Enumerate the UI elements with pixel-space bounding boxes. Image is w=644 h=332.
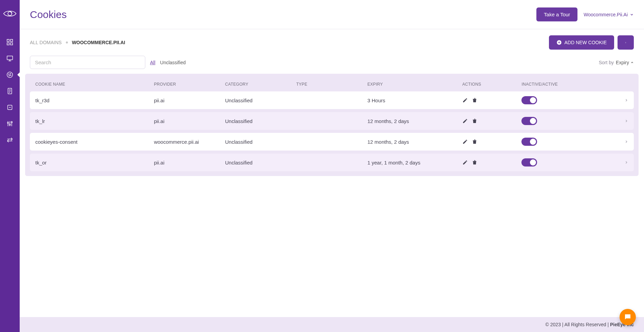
col-header-actions: ACTIONS <box>462 82 522 87</box>
cell-provider: pii.ai <box>154 98 225 103</box>
table-row: cookieyes-consent woocommerce.pii.ai Unc… <box>30 133 634 151</box>
chevron-up-icon <box>630 61 634 64</box>
chevron-down-icon <box>630 13 634 17</box>
add-cookie-label: ADD NEW COOKIE <box>565 40 607 45</box>
clipboard-icon <box>6 87 14 95</box>
sidebar-item-transfer[interactable] <box>0 132 20 148</box>
svg-point-10 <box>10 73 11 74</box>
active-toggle[interactable] <box>521 96 537 104</box>
delete-icon[interactable] <box>472 98 477 103</box>
cell-provider: woocommerce.pii.ai <box>154 139 225 145</box>
svg-rect-1 <box>7 39 9 41</box>
domain-selector-label: Woocommerce.Pii.Ai <box>584 12 628 17</box>
filter-unclassified[interactable]: Unclassified <box>160 60 186 65</box>
grid-icon <box>6 38 14 46</box>
svg-point-9 <box>8 74 9 74</box>
download-button[interactable] <box>618 35 634 50</box>
download-icon <box>625 40 626 45</box>
svg-point-11 <box>9 75 10 76</box>
cookie-icon <box>6 71 14 78</box>
delete-icon[interactable] <box>472 139 477 144</box>
sidebar-item-cookies[interactable] <box>0 67 20 83</box>
chevron-right-icon <box>624 98 628 102</box>
chevron-right-icon <box>624 160 628 164</box>
svg-rect-3 <box>7 43 9 45</box>
edit-icon[interactable] <box>462 118 468 124</box>
svg-rect-2 <box>11 39 13 41</box>
cell-category: Unclassified <box>225 98 296 103</box>
footer-text: © 2023 | All Rights Reserved | <box>546 322 610 327</box>
table-header: COOKIE NAME PROVIDER CATEGORY TYPE EXPIR… <box>30 78 634 91</box>
eye-logo-icon <box>3 9 17 18</box>
footer: © 2023 | All Rights Reserved | PieEye In… <box>20 317 644 332</box>
take-tour-button[interactable]: Take a Tour <box>536 7 577 21</box>
col-header-category: CATEGORY <box>225 82 296 87</box>
cell-name: cookieyes-consent <box>35 139 154 145</box>
sidebar-item-notes[interactable] <box>0 99 20 116</box>
delete-icon[interactable] <box>472 160 477 165</box>
svg-point-12 <box>11 75 11 76</box>
cell-expiry: 12 months, 2 days <box>367 118 462 124</box>
col-header-name: COOKIE NAME <box>35 82 154 87</box>
search-input[interactable] <box>30 56 145 69</box>
cell-category: Unclassified <box>225 160 296 165</box>
sidebar <box>0 0 20 332</box>
svg-point-24 <box>11 122 13 123</box>
svg-point-22 <box>7 122 9 123</box>
add-cookie-button[interactable]: ADD NEW COOKIE <box>549 35 614 50</box>
filter-all[interactable]: All <box>150 60 155 65</box>
col-header-toggle: INACTIVE/ACTIVE <box>521 82 593 87</box>
header: Cookies Take a Tour Woocommerce.Pii.Ai <box>20 0 644 29</box>
expand-row-button[interactable] <box>624 160 628 165</box>
svg-rect-4 <box>11 43 13 45</box>
expand-row-button[interactable] <box>624 139 628 145</box>
breadcrumb-current-domain: WOOCOMMERCE.PII.AI <box>72 40 125 45</box>
transfer-icon <box>6 136 14 144</box>
cell-category: Unclassified <box>225 139 296 145</box>
sidebar-item-monitor[interactable] <box>0 50 20 67</box>
expand-row-button[interactable] <box>624 98 628 103</box>
note-icon <box>6 104 14 111</box>
toolbar: ALL DOMAINS WOOCOMMERCE.PII.AI ADD NEW C… <box>20 29 644 50</box>
active-toggle[interactable] <box>521 117 537 125</box>
chevron-right-icon <box>624 119 628 123</box>
cookies-table: COOKIE NAME PROVIDER CATEGORY TYPE EXPIR… <box>25 74 639 176</box>
edit-icon[interactable] <box>462 139 468 144</box>
breadcrumb-separator <box>66 41 68 43</box>
table-row: tk_or pii.ai Unclassified 1 year, 1 mont… <box>30 154 634 171</box>
col-header-expiry: EXPIRY <box>367 82 462 87</box>
cell-expiry: 3 Hours <box>367 98 462 103</box>
active-toggle[interactable] <box>521 138 537 146</box>
sidebar-item-settings[interactable] <box>0 116 20 132</box>
cell-name: tk_r3d <box>35 98 154 103</box>
chat-launcher[interactable] <box>620 309 636 325</box>
app-logo <box>3 7 17 20</box>
monitor-icon <box>6 55 14 62</box>
cell-provider: pii.ai <box>154 118 225 124</box>
cell-category: Unclassified <box>225 118 296 124</box>
sidebar-item-dashboard[interactable] <box>0 34 20 50</box>
sliders-icon <box>6 120 14 127</box>
chat-icon <box>624 313 632 321</box>
expand-row-button[interactable] <box>624 118 628 124</box>
cell-name: tk_lr <box>35 118 154 124</box>
col-header-type: TYPE <box>296 82 368 87</box>
svg-point-23 <box>9 124 11 125</box>
sort-control[interactable]: Sort by Expiry <box>599 60 634 65</box>
breadcrumb-all-domains[interactable]: ALL DOMAINS <box>30 40 62 45</box>
svg-rect-5 <box>7 56 13 60</box>
domain-selector[interactable]: Woocommerce.Pii.Ai <box>584 12 634 17</box>
sidebar-item-reports[interactable] <box>0 83 20 99</box>
chevron-right-icon <box>624 140 628 144</box>
active-toggle[interactable] <box>521 158 537 167</box>
filter-bar: All Unclassified Sort by Expiry <box>20 50 644 74</box>
table-row: tk_lr pii.ai Unclassified 12 months, 2 d… <box>30 112 634 130</box>
page-title: Cookies <box>30 9 67 20</box>
edit-icon[interactable] <box>462 160 468 165</box>
cell-provider: pii.ai <box>154 160 225 165</box>
col-header-provider: PROVIDER <box>154 82 225 87</box>
sort-label: Sort by <box>599 60 614 65</box>
delete-icon[interactable] <box>472 118 477 124</box>
edit-icon[interactable] <box>462 98 468 103</box>
table-row: tk_r3d pii.ai Unclassified 3 Hours <box>30 91 634 109</box>
